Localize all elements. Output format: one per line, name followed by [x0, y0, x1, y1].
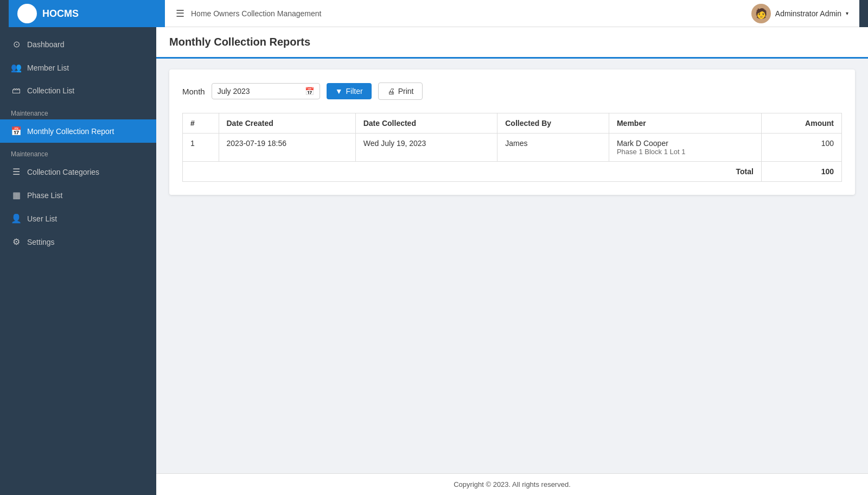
- sidebar-item-phase-list[interactable]: ▦ Phase List: [0, 183, 156, 207]
- members-icon: 👥: [11, 62, 22, 73]
- sidebar-item-label: Phase List: [27, 191, 62, 200]
- col-amount: Amount: [761, 113, 841, 134]
- content-area: Month July 2023 📅 ▼ Filter 🖨 Print: [156, 59, 868, 473]
- sidebar: ⊙ Dashboard 👥 Member List 🗃 Collection L…: [0, 27, 156, 495]
- brand-title: HOCMS: [42, 8, 79, 20]
- sidebar-item-label: Collection List: [27, 86, 74, 95]
- col-collected-by: Collected By: [497, 113, 609, 134]
- sidebar-item-label: Settings: [27, 238, 55, 246]
- page-title: Monthly Collection Reports: [169, 36, 310, 48]
- sidebar-item-label: User List: [27, 214, 57, 223]
- sidebar-item-collection-list[interactable]: 🗃 Collection List: [0, 79, 156, 102]
- cell-member: Mark D Cooper Phase 1 Block 1 Lot 1: [609, 134, 761, 162]
- sidebar-item-user-list[interactable]: 👤 User List: [0, 207, 156, 230]
- user-icon: 👤: [11, 213, 22, 224]
- gear-icon: ⚙: [11, 237, 22, 247]
- sidebar-item-label: Member List: [27, 64, 69, 72]
- dashboard-icon: ⊙: [11, 39, 22, 49]
- main-content: Monthly Collection Reports Month July 20…: [156, 27, 868, 495]
- footer-rights: All rights reserved.: [512, 480, 571, 488]
- total-amount: 100: [761, 162, 841, 182]
- col-date-created: Date Created: [219, 113, 355, 134]
- table-total-row: Total 100: [183, 162, 842, 182]
- cell-amount: 100: [761, 134, 841, 162]
- navbar-right: 🧑 Adminstrator Admin ▾: [741, 0, 859, 27]
- sidebar-item-label: Collection Categories: [27, 168, 99, 176]
- page-header: Monthly Collection Reports: [156, 27, 868, 59]
- sidebar-item-monthly-collection-report[interactable]: 📅 Monthly Collection Report: [0, 119, 156, 143]
- member-sub: Phase 1 Block 1 Lot 1: [617, 148, 754, 156]
- collection-list-icon: 🗃: [11, 86, 22, 96]
- sidebar-item-settings[interactable]: ⚙ Settings: [0, 230, 156, 253]
- total-label: Total: [183, 162, 762, 182]
- navbar: 🏔 HOCMS ☰ Home Owners Collection Managem…: [0, 0, 868, 27]
- sidebar-item-label: Dashboard: [27, 40, 65, 49]
- footer-copyright: Copyright © 2023.: [454, 480, 510, 488]
- cell-collected-by: James: [497, 134, 609, 162]
- sidebar-item-label: Monthly Collection Report: [27, 127, 114, 136]
- print-button[interactable]: 🖨 Print: [378, 82, 423, 100]
- brand: 🏔 HOCMS: [9, 0, 165, 27]
- calendar-icon: 📅: [11, 126, 22, 136]
- table-row: 1 2023-07-19 18:56 Wed July 19, 2023 Jam…: [183, 134, 842, 162]
- sidebar-item-member-list[interactable]: 👥 Member List: [0, 56, 156, 79]
- filter-icon: ▼: [335, 87, 343, 96]
- cell-date-collected: Wed July 19, 2023: [355, 134, 497, 162]
- month-value: July 2023: [218, 87, 250, 96]
- sidebar-section-maintenance2: Maintenance: [0, 143, 156, 160]
- cell-date-created: 2023-07-19 18:56: [219, 134, 355, 162]
- report-table: # Date Created Date Collected Collected …: [182, 113, 842, 182]
- avatar: 🧑: [751, 4, 771, 23]
- footer: Copyright © 2023. All rights reserved.: [156, 473, 868, 495]
- filter-row: Month July 2023 📅 ▼ Filter 🖨 Print: [182, 82, 842, 100]
- hamburger-icon[interactable]: ☰: [176, 8, 184, 20]
- sidebar-section-maintenance1: Maintenance: [0, 102, 156, 119]
- member-name: Mark D Cooper: [617, 139, 754, 148]
- sidebar-item-dashboard[interactable]: ⊙ Dashboard: [0, 33, 156, 56]
- list-icon: ☰: [11, 167, 22, 177]
- grid-icon: ▦: [11, 190, 22, 200]
- navbar-center: ☰ Home Owners Collection Management: [165, 0, 741, 27]
- layout: ⊙ Dashboard 👥 Member List 🗃 Collection L…: [0, 27, 868, 495]
- month-input[interactable]: July 2023 📅: [212, 83, 320, 99]
- col-num: #: [183, 113, 219, 134]
- print-icon: 🖨: [387, 87, 395, 96]
- sidebar-item-collection-categories[interactable]: ☰ Collection Categories: [0, 160, 156, 183]
- col-date-collected: Date Collected: [355, 113, 497, 134]
- table-header-row: # Date Created Date Collected Collected …: [183, 113, 842, 134]
- report-card: Month July 2023 📅 ▼ Filter 🖨 Print: [169, 69, 855, 195]
- app-title: Home Owners Collection Management: [191, 9, 321, 18]
- filter-button[interactable]: ▼ Filter: [327, 83, 372, 99]
- cell-num: 1: [183, 134, 219, 162]
- calendar-input-icon: 📅: [305, 87, 314, 96]
- admin-name: Adminstrator Admin: [775, 9, 841, 18]
- chevron-down-icon[interactable]: ▾: [846, 10, 848, 16]
- month-label: Month: [182, 87, 205, 96]
- logo-icon: 🏔: [17, 4, 37, 23]
- col-member: Member: [609, 113, 761, 134]
